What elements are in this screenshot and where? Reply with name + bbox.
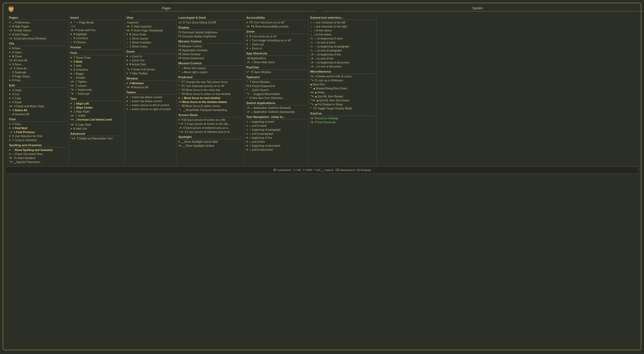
row: ⌘ →end of line [246, 140, 307, 144]
row: ⌘ ;Check Document Now [9, 152, 67, 156]
row: ^⇧ ␣Show/Hide Trackpad Handwriting [178, 108, 243, 112]
row: ^⌘ +Superscript [70, 87, 123, 92]
row: F6Show Desktop [178, 52, 243, 56]
row: ⌘ HHide Pages [9, 24, 67, 28]
row: ⌘ ,Preferences… [9, 20, 67, 24]
row: ⌘ SSave… [9, 62, 67, 66]
row: ⌘ <Move focus to next window [178, 96, 243, 100]
row: ⌘ |Align Center [70, 105, 123, 109]
row: ⇧⌘ /Show Help menu [246, 60, 307, 64]
row: ⌘ F5Turn VoiceOver on or off [246, 20, 307, 24]
row: ⇧⌘ ↓to end of document [310, 64, 375, 68]
main-grid: Pages ⌘ ,Preferences… ⌘ HHide Pages ⌥⌘ H… [5, 16, 639, 164]
row: ⌥⇧ →to end of word [310, 40, 375, 44]
row: ⌥^ POpen Window [246, 70, 307, 74]
col-view: View Inspector ⌥⌘ IHide Inspector ⌥⌘ PSh… [125, 16, 177, 164]
row: ⌘ 0Actual Size [126, 62, 175, 66]
row: ⌘ JJump to Selection [9, 138, 67, 142]
row: ⌘ <Zoom Out [126, 58, 175, 62]
row: ^ ←Move left a space [178, 66, 243, 70]
row: ⌘ TShow Fonts [70, 55, 123, 59]
row: ⌘ EUse Selection for Find [9, 134, 67, 138]
row: F13Pause Expansions [246, 84, 307, 88]
row: ⌘ ↓Insert row below current [126, 99, 175, 103]
row: ⌥⌘ |Justify [70, 113, 123, 117]
sec-file: File [9, 42, 67, 46]
row: ^⌘ ⏏Quit All, then Restart [310, 94, 375, 98]
row: ⌥⌘ ⏏Sleep [310, 90, 375, 94]
row: ⌘ IItalic [70, 63, 123, 67]
sec-keycue: KeyCue [310, 112, 375, 116]
row: fn fnStart Dictation [9, 156, 67, 160]
row: ^⌥⌘ TDefine as Placeholder Text [70, 136, 123, 140]
row: ^⌥ ⏏Put Display to Sleep [310, 102, 375, 106]
row: ⌘ -Zoom out [246, 42, 307, 46]
sec-appshortcuts: App Shortcuts [246, 52, 307, 56]
row: ^ QNew Item from Selection… [246, 96, 307, 100]
row: ^⇧⌘ 4Copy picture of selected area to th… [178, 130, 243, 134]
row: ⌥⌘ FFind Shortcuts… [310, 120, 375, 124]
tab-bar: Pages System [5, 5, 639, 10]
row: ⌥ ↑beginning of paragraph [246, 128, 307, 132]
row: ⌘ THide Toolbar [126, 71, 175, 75]
row: ⇧⌘ ←to beginning of line [310, 52, 375, 56]
row: ⇧ IShow Invisibles [126, 40, 175, 44]
row: ⇧ PPage Setup… [9, 74, 67, 78]
row: ⌥ ↓end of paragraph [246, 132, 307, 136]
row: ⌥⌘ CCopy Style [70, 122, 123, 126]
row: ⌘ ␣Show Spotlight search field [178, 140, 243, 144]
row: F4Show Dashboard [178, 56, 243, 60]
row: ⇧ KComment [70, 36, 123, 40]
row: Inspector [126, 20, 175, 24]
row: ⌘ +Bigger [70, 71, 123, 75]
row: ^⌘ FEnter Full Screen [126, 67, 175, 71]
row: ⌥⌘ KKeyCue Settings [310, 116, 375, 120]
row: ⌘ BBold [70, 59, 123, 63]
row: ⌥ →Insert column to right of current [126, 107, 175, 111]
sec-view: View [126, 16, 175, 20]
row: F2Increase display brightness [178, 34, 243, 38]
row: ⌘ QQuit Pages [9, 32, 67, 36]
row: ⌘ \Turn image smoothing on or off [246, 38, 307, 42]
row: ⌥⌘ ]Loosen [70, 83, 123, 87]
row: ⌘ ←beginning of line [246, 136, 307, 140]
row: ⌥⇧ ←to beginning of word [310, 36, 375, 40]
row: ⌥⌘ MMinimize All [126, 85, 175, 89]
row: ⌘ ↑beginning of document [246, 144, 307, 148]
row: ⌘ KAdd Link [70, 126, 123, 130]
row: ⌘ ZUndo [9, 88, 67, 92]
row: ⌘ ↓end of document [246, 148, 307, 152]
row: ⇧⌘ GFind Previous [9, 130, 67, 134]
row: F1Decrease display brightness [178, 30, 243, 34]
row: ^ TShow Window… [246, 80, 307, 84]
row: ⌘ RShow Ruler [126, 32, 175, 36]
row: ⌥ ←beginning of word [246, 120, 307, 124]
row: ⌥⇧ ↑to beginning of paragraph [310, 44, 375, 48]
row: ^⌥⌘ ⏏Quit All, then Shut Down [310, 98, 375, 102]
row: ^ F2Move focus to the menu bar [178, 88, 243, 92]
row: ⇧⌘ SSave As… [9, 66, 67, 70]
row: ⌘ XCut [9, 92, 67, 96]
sec-accessibility: Accessibility [246, 16, 307, 20]
row: ^⌘ DLook up in dictionary [310, 78, 375, 82]
row: ^ F2Toggle Target Display Mode [310, 106, 375, 110]
row: ⌘ F16Save picture of screen as a file [178, 118, 243, 122]
row: ⌥⌘ HHide Others [9, 28, 67, 32]
tab-pages[interactable]: Pages [162, 6, 171, 10]
sec-advanced: Advanced [70, 132, 123, 136]
row: ^⌘ -Subscript [70, 92, 123, 96]
row: ⇧ ADeselect All [9, 112, 67, 116]
row: ⌥⌘ WClose All [9, 58, 67, 62]
col-pages: Pages ⌘ ,Preferences… ⌘ HHide Pages ⌥⌘ H… [7, 16, 69, 164]
row: ^ F7Change the way Tab moves focus [178, 80, 243, 84]
footer: ⌘=command, ⌥=alt, ⇧=shift, ^=ctrl, ␣=spa… [5, 166, 639, 174]
sec-textnav: Text Navigation: Jump to… [246, 115, 307, 119]
row: ⌥⌘ VPaste and Match Style [9, 104, 67, 108]
sec-edit: Edit [9, 84, 67, 88]
row: ⌥⌘ [Tighten [70, 79, 123, 83]
row: ⌥⌘ F5Show Accessibility controls [246, 24, 307, 28]
sec-mission2: Mission Control [178, 62, 243, 66]
row: ⌘ }Align Right [70, 109, 123, 113]
tab-system[interactable]: System [472, 6, 483, 10]
row: ⇧ ←one character to the left [310, 20, 375, 24]
